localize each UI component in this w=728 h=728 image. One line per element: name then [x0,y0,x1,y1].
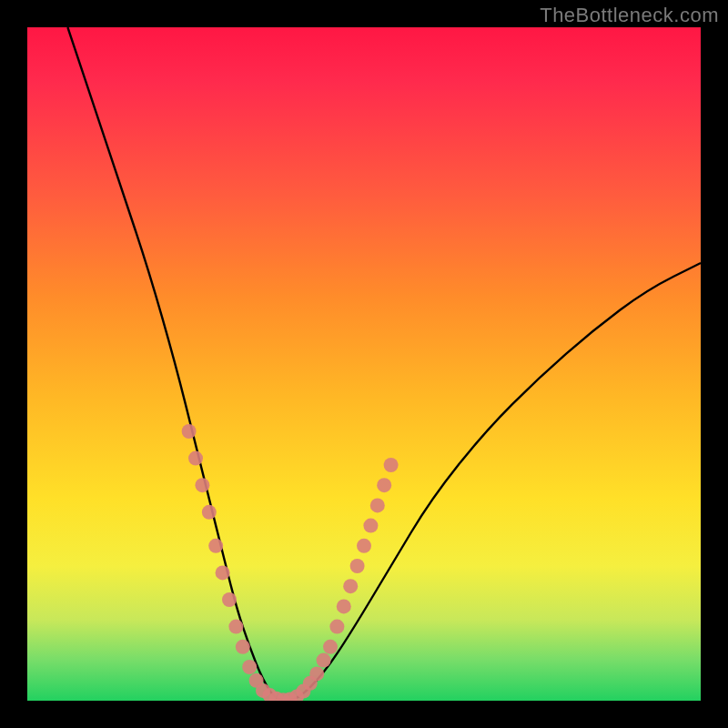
highlight-dot [343,579,358,593]
highlight-dot [363,519,378,533]
highlight-dot [195,478,209,492]
bottleneck-curve-svg [27,27,701,701]
highlight-dot [228,620,243,634]
highlight-dot [377,478,391,492]
highlight-dot [216,565,230,580]
highlight-dot [317,653,331,668]
highlight-dots [182,424,399,701]
highlight-dot [357,539,371,553]
highlight-dot [236,640,250,654]
highlight-dot [370,498,385,512]
highlight-dot [350,559,365,573]
highlight-dot [202,505,217,520]
watermark-text: TheBottleneck.com [540,4,719,27]
highlight-dot [222,592,237,607]
curve-path [67,27,701,701]
chart-frame: TheBottleneck.com [0,0,728,728]
highlight-dot [242,660,257,674]
highlight-dot [329,620,344,634]
highlight-dot [208,539,223,553]
highlight-dot [309,666,324,681]
highlight-dot [384,458,399,472]
highlight-dot [188,451,203,466]
chart-plot-area [27,27,701,701]
highlight-dot [182,424,197,439]
highlight-dot [337,599,351,613]
highlight-dot [323,640,338,654]
